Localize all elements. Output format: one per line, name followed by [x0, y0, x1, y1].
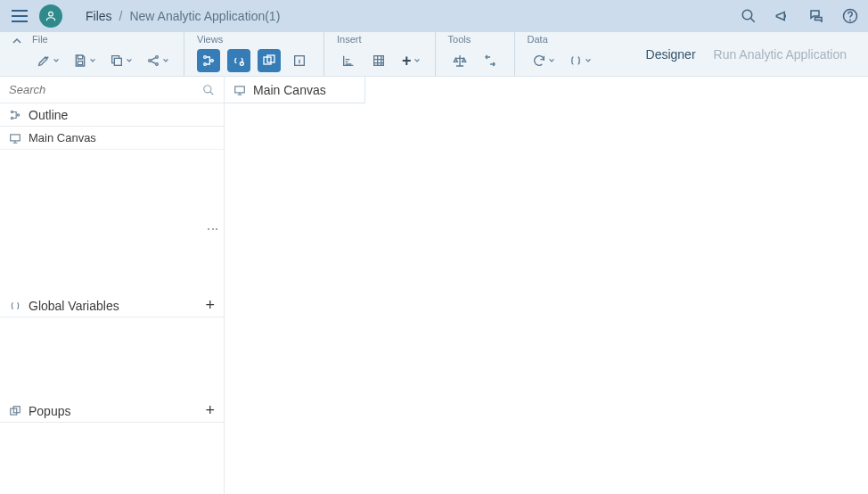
svg-point-18 [11, 111, 12, 112]
svg-point-19 [11, 117, 12, 119]
toolbar-group-data: Data [514, 32, 606, 76]
insert-more-button[interactable]: + [397, 49, 422, 72]
menu-icon[interactable] [9, 5, 30, 27]
svg-point-1 [742, 10, 752, 20]
svg-point-12 [240, 62, 243, 65]
insert-chart-button[interactable] [337, 49, 360, 72]
svg-point-17 [204, 85, 211, 92]
toolbar-group-insert: Insert + [323, 32, 435, 76]
panel-title: Outline [29, 108, 68, 122]
panel-outline-body: ⋮ [0, 150, 224, 294]
outline-item-label: Main Canvas [29, 131, 96, 144]
canvas-tab-label: Main Canvas [253, 83, 326, 97]
svg-rect-4 [78, 62, 82, 65]
breadcrumb: Files / New Analytic Application(1) [86, 9, 280, 23]
announcements-icon[interactable] [774, 7, 791, 25]
sidebar-resize-handle[interactable]: ⋮ [206, 223, 220, 237]
mode-run[interactable]: Run Analytic Application [714, 47, 847, 62]
panel-outline-header[interactable]: Outline [0, 103, 224, 127]
panel-popups-body [0, 423, 224, 494]
svg-rect-24 [235, 86, 245, 92]
svg-point-8 [156, 63, 159, 66]
panel-title: Global Variables [29, 299, 119, 313]
outline-view-button[interactable] [197, 49, 220, 72]
script-view-button[interactable] [227, 49, 250, 72]
toolbar-group-label: Views [197, 34, 311, 46]
help-icon[interactable] [841, 7, 859, 25]
breadcrumb-separator: / [119, 9, 123, 23]
outline-item-main-canvas[interactable]: Main Canvas [0, 127, 224, 150]
feedback-icon[interactable] [807, 7, 825, 25]
svg-rect-5 [114, 58, 121, 65]
canvas-icon [9, 132, 21, 144]
mode-designer[interactable]: Designer [646, 47, 696, 62]
copy-button[interactable] [105, 49, 135, 72]
workspace: Outline Main Canvas ⋮ Global Variables +… [0, 77, 868, 494]
panel-global-header[interactable]: Global Variables + [0, 294, 224, 317]
tools-balance-button[interactable] [448, 49, 471, 72]
toolbar-group-label: Insert [337, 34, 422, 46]
avatar[interactable] [39, 4, 62, 28]
add-popup-button[interactable]: + [205, 401, 215, 420]
popups-icon [9, 405, 21, 417]
edit-button[interactable] [32, 49, 61, 72]
breadcrumb-current: New Analytic Application(1) [129, 9, 280, 23]
topbar-actions [740, 7, 859, 25]
tools-format-button[interactable] [479, 49, 502, 72]
search-icon[interactable] [202, 84, 215, 96]
toolbar-group-label: File [32, 34, 171, 46]
breadcrumb-root[interactable]: Files [86, 9, 112, 23]
canvas-tab-main[interactable]: Main Canvas [225, 77, 365, 103]
globals-icon [9, 300, 21, 312]
top-bar: Files / New Analytic Application(1) [0, 0, 868, 32]
collapse-toolbar-icon[interactable] [7, 32, 27, 76]
svg-point-9 [204, 56, 207, 59]
variables-button[interactable] [564, 49, 594, 72]
info-view-button[interactable] [288, 49, 311, 72]
toolbar-group-tools: Tools [435, 32, 514, 76]
search-box[interactable] [0, 77, 224, 103]
toolbar-group-views: Views [184, 32, 323, 76]
svg-point-6 [149, 60, 151, 62]
svg-point-11 [211, 60, 214, 62]
save-button[interactable] [69, 49, 98, 72]
svg-point-20 [17, 113, 19, 115]
add-global-button[interactable]: + [205, 296, 215, 315]
canvas-icon [233, 84, 246, 96]
toolbar-group-label: Tools [448, 34, 502, 46]
search-icon[interactable] [740, 7, 757, 25]
panel-popups-header[interactable]: Popups + [0, 399, 224, 423]
svg-rect-21 [11, 134, 20, 140]
outline-icon [9, 109, 21, 121]
svg-point-3 [850, 20, 851, 21]
plus-icon: + [402, 52, 412, 70]
canvas-area[interactable]: Main Canvas [225, 77, 868, 494]
toolbar-group-file: File [27, 32, 184, 76]
svg-rect-16 [374, 56, 384, 66]
insert-table-button[interactable] [367, 49, 390, 72]
mode-switch: Designer Run Analytic Application [646, 32, 868, 76]
svg-point-10 [204, 63, 207, 66]
panel-global-body [0, 317, 224, 399]
share-button[interactable] [142, 49, 171, 72]
sidebar: Outline Main Canvas ⋮ Global Variables +… [0, 77, 225, 494]
toolbar-group-label: Data [528, 34, 594, 46]
layout-view-button[interactable] [258, 49, 281, 72]
svg-point-7 [156, 56, 159, 59]
search-input[interactable] [9, 83, 197, 96]
panel-title: Popups [29, 404, 70, 418]
toolbar: File Views [0, 32, 868, 77]
svg-point-0 [49, 12, 53, 16]
refresh-button[interactable] [528, 49, 557, 72]
